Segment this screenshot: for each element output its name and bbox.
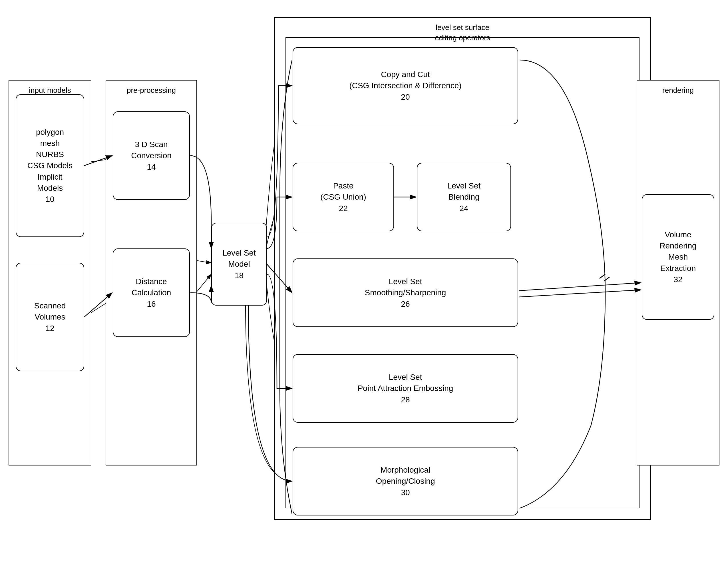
polygon-mesh-box: polygonmeshNURBSCSG ModelsImplicitModels… (16, 94, 84, 237)
scanned-volumes-label: ScannedVolumes12 (34, 300, 66, 334)
morphological-box: MorphologicalOpening/Closing30 (293, 447, 518, 515)
scan-conversion-box: 3 D ScanConversion14 (113, 111, 190, 200)
input-models-label: input models (9, 85, 91, 95)
copy-cut-label: Copy and Cut(CSG Intersection & Differen… (349, 69, 461, 103)
pre-processing-label: pre-processing (106, 85, 196, 95)
paste-box: Paste(CSG Union)22 (293, 163, 394, 231)
polygon-mesh-label: polygonmeshNURBSCSG ModelsImplicitModels… (27, 127, 73, 205)
paste-label: Paste(CSG Union)22 (320, 180, 366, 214)
scan-conversion-label: 3 D ScanConversion14 (131, 139, 172, 172)
morphological-label: MorphologicalOpening/Closing30 (376, 464, 435, 498)
rendering-label: rendering (637, 85, 719, 95)
copy-cut-box: Copy and Cut(CSG Intersection & Differen… (293, 47, 518, 124)
level-set-model-label: Level SetModel18 (222, 247, 256, 281)
diagram: input models polygonmeshNURBSCSG ModelsI… (0, 0, 728, 566)
volume-rendering-box: VolumeRenderingMeshExtraction32 (642, 194, 714, 320)
point-attraction-box: Level SetPoint Attraction Embossing28 (293, 354, 518, 423)
scanned-volumes-box: ScannedVolumes12 (16, 263, 84, 371)
distance-calc-box: DistanceCalculation16 (113, 248, 190, 337)
distance-calc-label: DistanceCalculation16 (132, 276, 171, 310)
smoothing-label: Level SetSmoothing/Sharpening26 (365, 276, 446, 310)
blending-box: Level SetBlending24 (417, 163, 511, 231)
blending-label: Level SetBlending24 (447, 180, 481, 214)
level-set-model-box: Level SetModel18 (211, 223, 267, 306)
point-attraction-label: Level SetPoint Attraction Embossing28 (358, 372, 453, 405)
smoothing-box: Level SetSmoothing/Sharpening26 (293, 258, 518, 327)
volume-rendering-label: VolumeRenderingMeshExtraction32 (659, 229, 696, 285)
